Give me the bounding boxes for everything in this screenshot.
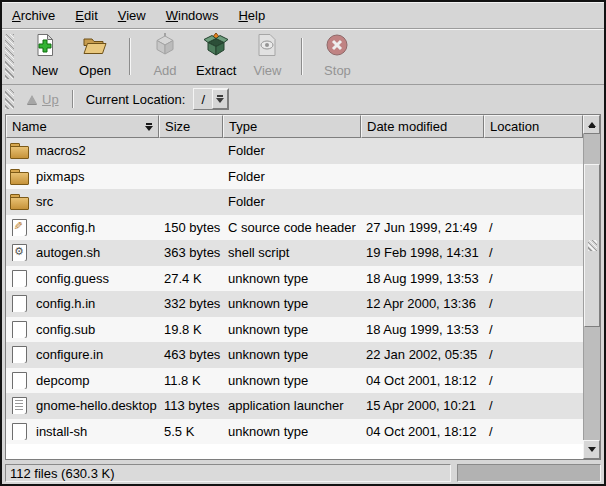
new-button[interactable]: New [20,31,70,82]
menu-help[interactable]: Help [235,6,268,25]
cell-location: / [484,424,583,439]
folder-icon [10,168,29,185]
file-table: NameSizeTypeDate modifiedLocation macros… [5,114,601,460]
cell-type: unknown type [223,271,361,286]
view-file-icon [254,32,280,61]
file-name: macros2 [36,143,86,158]
up-button-label: Up [42,92,59,107]
cell-size: 113 bytes [159,398,223,413]
open-archive-icon [82,32,108,61]
sort-indicator-icon [145,123,153,131]
file-icon [10,219,29,236]
cell-date-modified: 04 Oct 2001, 18:12 [361,424,484,439]
file-icon [10,244,29,261]
cell-name: acconfig.h [6,219,159,236]
table-row[interactable]: autogen.sh363 bytesshell script19 Feb 19… [6,240,583,266]
cell-location: / [484,347,583,362]
cell-location: / [484,271,583,286]
cell-name: config.guess [6,270,159,287]
file-count-status: 112 files (630.3 K) [5,464,451,482]
progress-area [457,464,601,482]
table-row[interactable]: config.h.in332 bytesunknown type12 Apr 2… [6,291,583,317]
table-row[interactable]: depcomp11.8 Kunknown type04 Oct 2001, 18… [6,368,583,394]
file-icon [10,295,29,312]
cell-name: macros2 [6,142,159,159]
cell-type: Folder [223,194,361,209]
cell-name: autogen.sh [6,244,159,261]
toolbar-drag-handle[interactable] [5,34,14,79]
stop-button: Stop [312,31,362,82]
scrollbar-trough[interactable] [583,134,600,440]
table-row[interactable]: configure.in463 bytesunknown type22 Jan … [6,342,583,368]
table-row[interactable]: config.guess27.4 Kunknown type18 Aug 199… [6,266,583,292]
column-header-label: Type [229,119,257,134]
cell-type: Folder [223,169,361,184]
table-row[interactable]: srcFolder [6,189,583,215]
open-button-label: Open [79,63,111,78]
menubar: ArchiveEditViewWindowsHelp [2,2,604,29]
menu-edit[interactable]: Edit [72,6,100,25]
open-button[interactable]: Open [70,31,120,82]
menu-windows[interactable]: Windows [163,6,222,25]
cell-size: 27.4 K [159,271,223,286]
toolbar: New Open [2,29,604,85]
cell-name: configure.in [6,346,159,363]
view-button: View [242,31,292,82]
table-row[interactable]: macros2Folder [6,138,583,164]
scroll-down-icon [588,447,596,452]
column-header-type[interactable]: Type [223,115,361,138]
location-bar: Up Current Location: / [2,85,604,113]
cell-location: / [484,322,583,337]
cell-date-modified: 27 Jun 1999, 21:49 [361,220,484,235]
cell-type: unknown type [223,373,361,388]
cell-size: 332 bytes [159,296,223,311]
toolbar-separator [301,38,303,75]
cell-type: application launcher [223,398,361,413]
statusbar: 112 files (630.3 K) [5,464,601,482]
locationbar-drag-handle[interactable] [5,89,14,109]
stop-button-label: Stop [324,63,351,78]
cell-name: src [6,193,159,210]
column-header-name[interactable]: Name [6,115,159,138]
column-header-size[interactable]: Size [159,115,223,138]
table-row[interactable]: gnome-hello.desktop113 bytesapplication … [6,393,583,419]
cell-location: / [484,245,583,260]
cell-date-modified: 18 Aug 1999, 13:53 [361,322,484,337]
new-archive-icon [32,32,58,61]
up-accel: Up [42,92,59,107]
menu-view[interactable]: View [115,6,149,25]
add-files-icon [152,32,178,61]
location-dropdown-button[interactable] [212,89,228,109]
column-header-location[interactable]: Location [484,115,583,138]
scroll-down-button[interactable] [583,440,600,459]
stop-icon [324,32,350,61]
scroll-up-button[interactable] [583,115,600,134]
file-icon [10,321,29,338]
file-name: src [36,194,53,209]
cell-location: / [484,398,583,413]
cell-size: 463 bytes [159,347,223,362]
add-button-label: Add [153,63,176,78]
file-name: config.sub [36,322,95,337]
scrollbar-thumb[interactable] [584,164,600,327]
file-name: config.h.in [36,296,95,311]
table-row[interactable]: config.sub19.8 Kunknown type18 Aug 1999,… [6,317,583,343]
table-row[interactable]: pixmapsFolder [6,164,583,190]
locationbar-separator [72,90,74,108]
cell-size: 11.8 K [159,373,223,388]
menu-archive[interactable]: Archive [9,6,58,25]
extract-button[interactable]: Extract [190,31,242,82]
up-arrow-icon [27,95,37,104]
file-icon [10,346,29,363]
column-header-date-modified[interactable]: Date modified [361,115,484,138]
location-combo[interactable]: / [193,88,229,110]
table-row[interactable]: install-sh5.5 Kunknown type04 Oct 2001, … [6,419,583,445]
cell-date-modified: 22 Jan 2002, 05:35 [361,347,484,362]
file-name: acconfig.h [36,220,95,235]
file-name: configure.in [36,347,103,362]
folder-icon [10,142,29,159]
column-header-label: Location [490,119,539,134]
table-row[interactable]: acconfig.h150 bytesC source code header2… [6,215,583,241]
column-header-label: Date modified [367,119,447,134]
vertical-scrollbar[interactable] [583,115,600,459]
